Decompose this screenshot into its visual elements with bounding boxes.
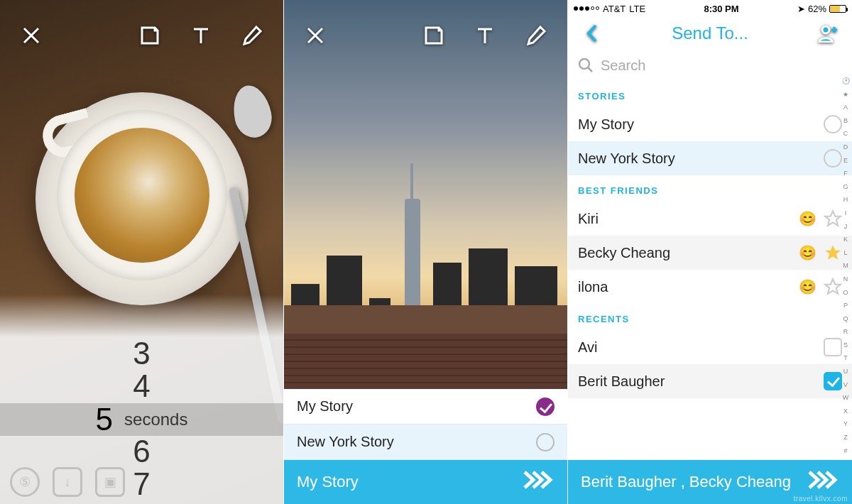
location-arrow-icon: ➤ [797, 4, 805, 14]
timer-picker[interactable]: 3 4 5 seconds 6 7 ⑤ ↓ ▣ [0, 337, 283, 504]
index-letter[interactable]: # [841, 448, 851, 454]
index-letter[interactable]: D [841, 144, 851, 150]
streak-emoji-icon: 😊 [799, 210, 816, 227]
story-add-icon[interactable]: ▣ [95, 467, 125, 497]
friend-row[interactable]: Kiri 😊 [568, 202, 852, 236]
send-bar[interactable]: My Story [284, 460, 567, 504]
radio-unchecked-icon[interactable] [824, 149, 842, 168]
section-header-best-friends: BEST FRIENDS [568, 175, 852, 202]
checkbox-unchecked-icon[interactable] [824, 338, 842, 356]
svg-point-0 [822, 26, 829, 33]
sticker-icon[interactable] [420, 21, 448, 50]
index-letter[interactable]: R [841, 329, 851, 335]
timer-icon[interactable]: ⑤ [10, 467, 40, 497]
index-letter[interactable]: I [841, 210, 851, 217]
draw-pencil-icon[interactable] [238, 21, 266, 50]
recent-row[interactable]: Berit Baugher [568, 364, 852, 398]
index-letter[interactable]: W [841, 395, 851, 401]
save-icon[interactable]: ↓ [53, 467, 82, 497]
index-letter[interactable]: M [841, 263, 851, 269]
index-letter[interactable]: X [841, 408, 851, 415]
close-icon[interactable] [17, 21, 45, 50]
index-letter[interactable]: L [841, 250, 851, 256]
star-filled-icon[interactable] [824, 243, 842, 262]
editor-topbar [284, 14, 567, 57]
index-letter[interactable]: H [841, 197, 851, 203]
index-letter[interactable]: ★ [841, 92, 851, 98]
row-label: Avi [578, 339, 597, 356]
star-outline-icon[interactable] [824, 209, 842, 228]
status-bar: AT&T LTE 8:30 PM ➤ 62% [568, 0, 852, 17]
timer-selected-value: 5 [96, 403, 113, 436]
row-label: My Story [578, 116, 634, 133]
watermark: travel.kllvx.com [794, 495, 848, 503]
index-letter[interactable]: 🕐 [841, 78, 851, 84]
index-letter[interactable]: V [841, 382, 851, 388]
row-label: New York Story [578, 150, 675, 167]
index-letter[interactable]: F [841, 170, 851, 177]
snap-editor-story-panel: My Story New York Story My Story [284, 0, 568, 504]
editor-topbar [0, 14, 283, 57]
timer-option[interactable]: 3 [133, 337, 150, 370]
search-input[interactable]: Search [568, 50, 852, 81]
timer-selected-row: 5 seconds [0, 403, 283, 436]
text-icon[interactable] [187, 21, 215, 50]
index-letter[interactable]: B [841, 118, 851, 124]
star-outline-icon[interactable] [824, 278, 842, 296]
timer-option[interactable]: 4 [133, 370, 150, 402]
row-label: Kiri [578, 211, 599, 227]
clock-label: 8:30 PM [704, 4, 738, 14]
index-letter[interactable]: A [841, 104, 851, 111]
friend-row[interactable]: Becky Cheang 😊 [568, 236, 852, 270]
radio-unchecked-icon[interactable] [536, 433, 555, 451]
alphabet-index-rail[interactable]: 🕐★ABCDEFGHIJKLMNOPQRSTUVWXYZ# [841, 78, 851, 454]
index-letter[interactable]: Z [841, 434, 851, 441]
radio-unchecked-icon[interactable] [824, 115, 842, 133]
svg-point-1 [579, 59, 589, 69]
carrier-label: AT&T [603, 4, 626, 14]
index-letter[interactable]: C [841, 131, 851, 137]
story-row-my-story[interactable]: My Story [284, 389, 567, 424]
snap-editor-timer-panel: 3 4 5 seconds 6 7 ⑤ ↓ ▣ [0, 0, 284, 504]
index-letter[interactable]: T [841, 355, 851, 361]
index-letter[interactable]: J [841, 224, 851, 230]
text-icon[interactable] [471, 21, 499, 50]
nav-bar: Send To... [568, 17, 852, 50]
draw-pencil-icon[interactable] [522, 21, 550, 50]
friend-row[interactable]: ilona 😊 [568, 270, 852, 304]
story-row[interactable]: My Story [568, 107, 852, 141]
signal-dots-icon [574, 6, 599, 11]
row-label: Berit Baugher [578, 373, 665, 390]
section-header-recents: RECENTS [568, 304, 852, 330]
streak-emoji-icon: 😊 [799, 278, 816, 295]
index-letter[interactable]: P [841, 302, 851, 309]
row-label: ilona [578, 279, 608, 295]
add-friend-icon[interactable] [814, 19, 842, 48]
sticker-icon[interactable] [136, 21, 164, 50]
send-bar-label: My Story [297, 473, 359, 491]
radio-checked-icon[interactable] [536, 398, 555, 416]
section-header-stories: STORIES [568, 81, 852, 107]
streak-emoji-icon: 😊 [799, 244, 816, 261]
send-arrow-icon [522, 469, 555, 495]
story-row-ny-story[interactable]: New York Story [284, 424, 567, 460]
send-bar-label: Berit Baugher , Becky Cheang [581, 473, 791, 491]
index-letter[interactable]: G [841, 184, 851, 190]
story-row[interactable]: New York Story [568, 141, 852, 175]
index-letter[interactable]: E [841, 158, 851, 164]
send-to-screen: AT&T LTE 8:30 PM ➤ 62% Send To... Search… [568, 0, 852, 504]
index-letter[interactable]: O [841, 290, 851, 296]
index-letter[interactable]: U [841, 368, 851, 375]
index-letter[interactable]: S [841, 342, 851, 349]
back-icon[interactable] [578, 19, 606, 48]
timer-option[interactable]: 6 [133, 435, 150, 468]
close-icon[interactable] [301, 21, 329, 50]
timer-option[interactable]: 7 [133, 468, 150, 500]
index-letter[interactable]: Q [841, 316, 851, 322]
editor-bottom-tools: ⑤ ↓ ▣ [0, 467, 125, 497]
recent-row[interactable]: Avi [568, 330, 852, 364]
index-letter[interactable]: K [841, 236, 851, 243]
index-letter[interactable]: N [841, 276, 851, 283]
index-letter[interactable]: Y [841, 421, 851, 427]
checkbox-checked-icon[interactable] [824, 372, 842, 390]
